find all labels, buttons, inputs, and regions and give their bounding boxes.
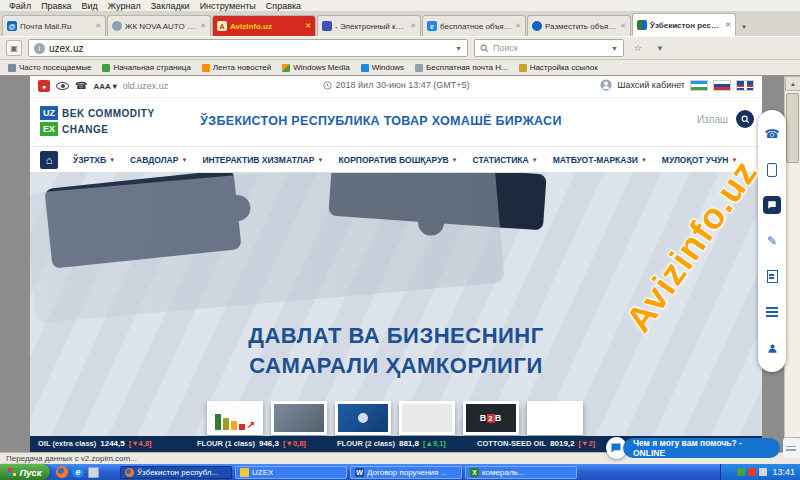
- font-size-selector[interactable]: AAA ▾: [93, 82, 116, 91]
- personal-cabinet-link[interactable]: Шахсий кабинет: [617, 80, 685, 90]
- bookmark-label: Лента новостей: [213, 63, 271, 72]
- tablet-widget-icon[interactable]: [763, 161, 781, 179]
- taskbar-window-uzex-site[interactable]: Ўзбекистон республ...: [120, 466, 232, 479]
- tab-list-dropdown-icon[interactable]: ▾: [737, 18, 751, 36]
- russian-flag-icon[interactable]: [713, 80, 731, 91]
- tab-close-icon[interactable]: ✕: [515, 22, 521, 30]
- tab-place-ad[interactable]: Разместить объявл... ✕: [527, 15, 631, 36]
- taskbar-window-commercial-doc[interactable]: X комераль...: [465, 466, 577, 479]
- menu-history[interactable]: Журнал: [103, 1, 146, 11]
- tab-close-icon[interactable]: ✕: [200, 22, 206, 30]
- tab-label: Ўзбекистон республ...: [650, 21, 722, 30]
- nav-item-contacts[interactable]: МУЛОҚОТ УЧУН▼: [662, 155, 738, 165]
- show-desktop-icon[interactable]: [88, 467, 99, 478]
- bookmark-news-feed[interactable]: Лента новостей: [202, 63, 271, 72]
- menu-tools[interactable]: Инструменты: [195, 1, 261, 11]
- nav-item-savdolar[interactable]: САВДОЛАР▼: [130, 155, 187, 165]
- bookmark-home-page[interactable]: Начальная страница: [102, 63, 190, 72]
- phone-icon[interactable]: ☎: [75, 81, 87, 91]
- uzbek-flag-icon[interactable]: [690, 80, 708, 91]
- language-badge-icon[interactable]: ●: [38, 80, 50, 92]
- bookmark-windows-media[interactable]: Windows Media: [282, 63, 349, 72]
- thumbnail-slate[interactable]: [271, 401, 327, 435]
- site-search-button[interactable]: [736, 110, 754, 128]
- thumbnail-green-ring[interactable]: [527, 401, 583, 435]
- search-input[interactable]: Поиск ▼: [474, 39, 624, 57]
- nav-home-button[interactable]: ⌂: [40, 151, 58, 169]
- site-search-placeholder[interactable]: Излаш: [697, 114, 728, 125]
- phone-widget-icon[interactable]: ☎: [763, 125, 781, 143]
- mailru-favicon: @: [7, 21, 17, 31]
- tab-free-ads[interactable]: e бесплатное объявл... ✕: [422, 15, 526, 36]
- home-icon: [102, 64, 110, 72]
- tab-e-catalog[interactable]: - Электронный ката... ✕: [317, 15, 421, 36]
- thumbnail-b2b[interactable]: B2B: [463, 401, 519, 435]
- site-info-icon[interactable]: i: [34, 43, 45, 54]
- menu-view[interactable]: Вид: [77, 1, 103, 11]
- tab-close-icon[interactable]: ✕: [95, 22, 101, 30]
- tab-nova-auto[interactable]: ЖК NOVA AUTO PAR... ✕: [107, 15, 211, 36]
- start-button[interactable]: Пуск: [0, 464, 50, 480]
- url-dropdown-icon[interactable]: ▼: [455, 45, 462, 52]
- nav-item-uzrtxb[interactable]: ЎЗРТХБ▼: [73, 155, 115, 165]
- firefox-quicklaunch-icon[interactable]: [56, 466, 68, 478]
- tab-label: - Электронный ката...: [335, 22, 407, 31]
- document-widget-icon[interactable]: [763, 268, 781, 286]
- edit-widget-icon[interactable]: ✎: [763, 232, 781, 250]
- bookmark-windows[interactable]: Windows: [361, 63, 404, 72]
- ticker-change-up: [▲9,1]: [423, 439, 446, 448]
- bookmark-links-setup[interactable]: Настройка ссылок: [519, 63, 598, 72]
- english-flag-icon[interactable]: [736, 80, 754, 91]
- tab-close-icon[interactable]: ✕: [725, 21, 731, 29]
- tab-close-icon[interactable]: ✕: [620, 22, 626, 30]
- taskbar-window-contract-doc[interactable]: W Договор поручения ...: [350, 466, 462, 479]
- tab-uzex-active[interactable]: Ўзбекистон республ... ✕: [632, 13, 736, 36]
- chat-menu-grip-icon[interactable]: [783, 438, 800, 458]
- eye-icon[interactable]: [56, 82, 69, 90]
- search-engine-dropdown-icon[interactable]: ▼: [611, 45, 618, 52]
- search-icon: [480, 44, 489, 53]
- bookmark-most-visited[interactable]: Часто посещаемые: [8, 63, 91, 72]
- menu-help[interactable]: Справка: [261, 1, 306, 11]
- menu-bookmarks[interactable]: Закладки: [146, 1, 195, 11]
- downloads-icon[interactable]: ▾: [652, 40, 668, 56]
- tray-shield-icon[interactable]: [737, 468, 745, 476]
- menu-file[interactable]: Файл: [4, 1, 36, 11]
- chat-widget[interactable]: Чем я могу вам помочь? - ONLINE: [606, 437, 800, 459]
- menu-edit[interactable]: Правка: [36, 1, 76, 11]
- tray-alert-icon[interactable]: [748, 468, 756, 476]
- url-input[interactable]: i uzex.uz ▼: [28, 39, 468, 57]
- ticker-item-oil: OIL (extra class) 1244,5 [▼4,8]: [38, 439, 152, 448]
- old-site-link[interactable]: old.uzex.uz: [123, 81, 169, 91]
- scroll-up-icon[interactable]: ▲: [785, 76, 800, 91]
- nav-label: МАТБУОТ-МАРКАЗИ: [553, 155, 638, 165]
- nav-item-corporate-governance[interactable]: КОРПОРАТИВ БОШҚАРУВ▼: [338, 155, 457, 165]
- tab-close-icon[interactable]: ✕: [410, 22, 416, 30]
- bookmark-free-mail[interactable]: Бесплатная почта Н...: [415, 63, 508, 72]
- bar-graphic: [215, 414, 221, 430]
- browser-addressbar: ▣ i uzex.uz ▼ Поиск ▼ ☆ ▾: [0, 36, 800, 60]
- scrollbar-thumb[interactable]: [786, 93, 799, 163]
- user-area: Шахсий кабинет: [600, 79, 754, 91]
- tab-close-icon[interactable]: ✕: [305, 22, 311, 30]
- taskbar-window-uzex-folder[interactable]: UZEX: [235, 466, 347, 479]
- thumbnail-blue[interactable]: [335, 401, 391, 435]
- thumbnail-chart[interactable]: ↗: [207, 401, 263, 435]
- tab-avizinfo[interactable]: A AvizInfo.uz ✕: [212, 15, 316, 36]
- user-widget-icon[interactable]: [763, 339, 781, 357]
- ie-quicklaunch-icon[interactable]: e: [72, 466, 84, 478]
- list-widget-icon[interactable]: [763, 303, 781, 321]
- thumbnail-light[interactable]: [399, 401, 455, 435]
- nav-item-interactive-services[interactable]: ИНТЕРАКТИВ ХИЗМАТЛАР▼: [202, 155, 323, 165]
- tray-volume-icon[interactable]: [759, 468, 767, 476]
- chat-widget-icon[interactable]: [763, 196, 781, 214]
- bookmark-star-icon[interactable]: ☆: [630, 40, 646, 56]
- nav-item-press-center[interactable]: МАТБУОТ-МАРКАЗИ▼: [553, 155, 647, 165]
- bookmark-label: Windows: [372, 63, 404, 72]
- page-action-icon[interactable]: ▣: [6, 40, 22, 56]
- nav-item-statistics[interactable]: СТАТИСТИКА▼: [473, 155, 538, 165]
- browser-menubar: Файл Правка Вид Журнал Закладки Инструме…: [0, 0, 800, 12]
- taskbar-clock: 13:41: [772, 467, 795, 477]
- tab-mailru[interactable]: @ Почта Mail.Ru ✕: [2, 15, 106, 36]
- vertical-scrollbar[interactable]: ▲ ▼: [784, 76, 800, 452]
